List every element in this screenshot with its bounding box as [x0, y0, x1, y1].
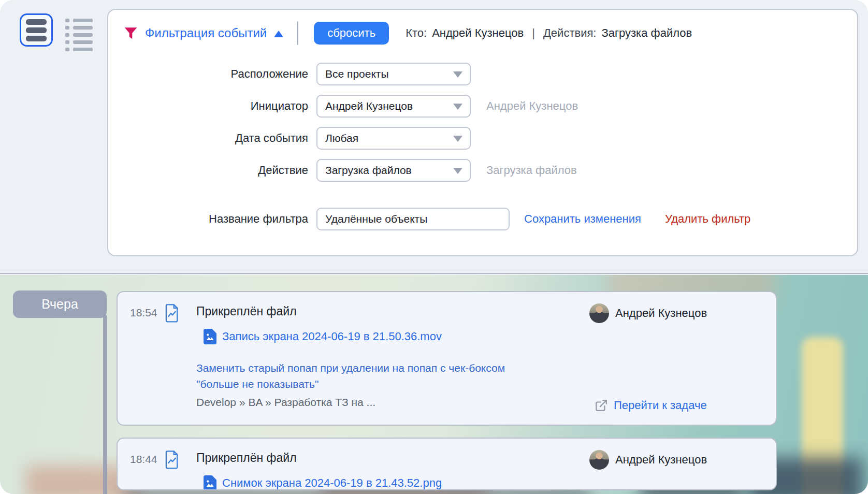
- events-zone: Вчера 18:54 Прикреплён файл: [0, 275, 868, 494]
- form-row-action: Действие Загрузка файлов Загрузка файлов: [108, 159, 857, 182]
- location-label: Расположение: [108, 67, 316, 81]
- filter-panel-title-toggle[interactable]: Фильтрация событий: [124, 26, 283, 40]
- goto-task-link[interactable]: Перейти к задаче: [614, 399, 707, 412]
- date-group-rail: [103, 315, 107, 494]
- file-icon: [204, 329, 216, 344]
- event-title: Прикреплён файл: [196, 451, 589, 465]
- filter-name-label: Название фильтра: [108, 212, 316, 226]
- external-link-icon: [595, 399, 608, 412]
- form-row-event-date: Дата события Любая: [108, 127, 857, 150]
- form-row-filter-name: Название фильтра Сохранить изменения Уда…: [108, 208, 857, 230]
- attached-file-link[interactable]: Запись экрана 2024-06-19 в 21.50.36.mov: [222, 330, 442, 343]
- summary-actions-value: Загрузка файлов: [601, 26, 692, 40]
- summary-separator: |: [532, 26, 535, 40]
- summary-who-value: Андрей Кузнецов: [432, 26, 524, 40]
- initiator-label: Инициатор: [108, 99, 316, 113]
- action-label: Действие: [108, 164, 316, 177]
- breadcrumb: Develop » BA » Разработка ТЗ на ...: [196, 396, 589, 409]
- attached-file-row: Снимок экрана 2024-06-19 в 21.43.52.png: [204, 475, 589, 490]
- chevron-down-icon: [453, 168, 462, 174]
- list-view-toggle-icon[interactable]: [65, 13, 93, 51]
- event-card: 18:44 Прикреплён файл Снимок экрана 2024: [117, 438, 777, 490]
- action-hint: Загрузка файлов: [486, 164, 577, 177]
- event-time: 18:44: [130, 449, 164, 479]
- file-attached-icon: [164, 302, 196, 414]
- avatar: [589, 450, 609, 470]
- attached-file-row: Запись экрана 2024-06-19 в 21.50.36.mov: [204, 329, 589, 344]
- collapse-arrow-icon[interactable]: [274, 31, 283, 37]
- chevron-down-icon: [453, 136, 462, 142]
- chevron-down-icon: [453, 104, 462, 110]
- task-title-link[interactable]: Заменить старый попап при удалении на по…: [196, 360, 530, 392]
- funnel-icon: [124, 27, 138, 40]
- save-changes-link[interactable]: Сохранить изменения: [524, 212, 641, 226]
- avatar: [589, 303, 609, 323]
- event-user: Андрей Кузнецов: [589, 303, 707, 323]
- goto-task[interactable]: Перейти к задаче: [595, 399, 707, 412]
- filter-summary: Кто: Андрей Кузнецов | Действия: Загрузк…: [406, 26, 692, 40]
- file-icon: [204, 475, 216, 490]
- chevron-down-icon: [453, 71, 462, 78]
- form-row-initiator: Инициатор Андрей Кузнецов Андрей Кузнецо…: [108, 95, 857, 118]
- event-date-select[interactable]: Любая: [316, 127, 471, 150]
- filter-form: Расположение Все проекты Инициатор Андре…: [108, 63, 857, 230]
- events-journal-window: Фильтрация событий сбросить Кто: Андрей …: [0, 0, 868, 494]
- file-attached-icon: [164, 449, 196, 479]
- user-name: Андрей Кузнецов: [615, 307, 707, 320]
- location-select[interactable]: Все проекты: [316, 63, 471, 85]
- action-select[interactable]: Загрузка файлов: [316, 159, 471, 182]
- summary-who-label: Кто:: [406, 26, 427, 40]
- initiator-hint: Андрей Кузнецов: [486, 99, 578, 113]
- filter-panel-header: Фильтрация событий сбросить Кто: Андрей …: [108, 10, 857, 45]
- attached-file-link[interactable]: Снимок экрана 2024-06-19 в 21.43.52.png: [222, 476, 442, 490]
- header-divider: [297, 21, 298, 45]
- reset-filter-button[interactable]: сбросить: [314, 22, 389, 45]
- event-date-label: Дата события: [108, 132, 316, 145]
- summary-actions-label: Действия:: [543, 26, 597, 40]
- event-user: Андрей Кузнецов: [589, 450, 707, 470]
- view-toggles: [20, 13, 93, 51]
- date-group-badge: Вчера: [13, 290, 107, 318]
- filter-panel-title: Фильтрация событий: [145, 26, 267, 40]
- event-card: 18:54 Прикреплён файл Запись экрана 2024: [117, 291, 777, 426]
- cards-view-toggle-icon[interactable]: [20, 13, 53, 47]
- filter-zone: Фильтрация событий сбросить Кто: Андрей …: [0, 0, 868, 274]
- filter-name-input[interactable]: [316, 208, 510, 230]
- initiator-select[interactable]: Андрей Кузнецов: [316, 95, 471, 118]
- form-row-location: Расположение Все проекты: [108, 63, 857, 85]
- event-time: 18:54: [130, 302, 164, 414]
- delete-filter-link[interactable]: Удалить фильтр: [665, 212, 750, 226]
- event-title: Прикреплён файл: [196, 304, 589, 318]
- user-name: Андрей Кузнецов: [615, 453, 707, 467]
- filter-panel: Фильтрация событий сбросить Кто: Андрей …: [107, 9, 858, 256]
